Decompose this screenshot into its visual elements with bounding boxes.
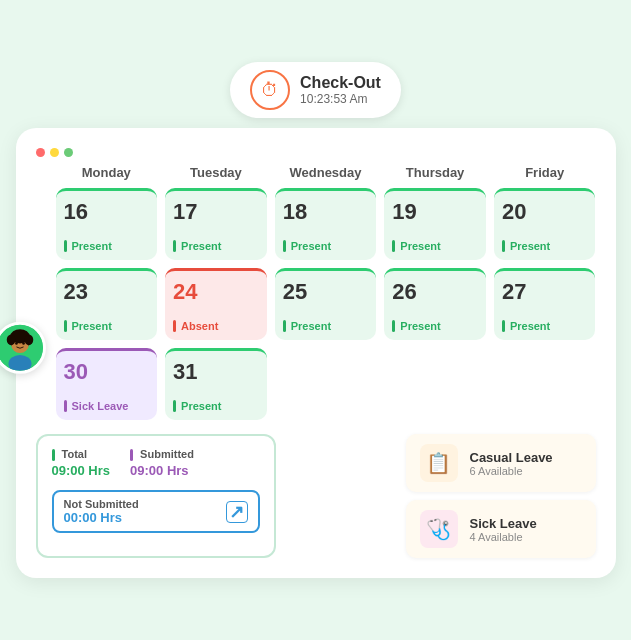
sick-leave-type: Sick Leave: [470, 516, 537, 531]
dot-red: [36, 148, 45, 157]
submitted-item: Submitted 09:00 Hrs: [130, 448, 194, 478]
status-bar-indicator: [392, 240, 395, 252]
dot-green: [64, 148, 73, 157]
cal-day-number: 17: [173, 201, 259, 223]
cal-cell-25[interactable]: 25Present: [275, 268, 377, 340]
not-submitted-info: Not Submitted 00:00 Hrs: [64, 498, 139, 525]
cal-status: Present: [173, 240, 259, 252]
cal-cell-26[interactable]: 26Present: [384, 268, 486, 340]
not-submitted-icon: ↗: [226, 501, 248, 523]
cal-status: Present: [502, 320, 588, 332]
cal-status: Present: [392, 320, 478, 332]
calendar: Monday Tuesday Wednesday Thursday Friday…: [56, 165, 596, 420]
casual-leave-card: 📋 Casual Leave 6 Available: [406, 434, 596, 492]
cal-cell-30[interactable]: 30Sick Leave: [56, 348, 158, 420]
total-item: Total 09:00 Hrs: [52, 448, 111, 478]
cal-cell-18[interactable]: 18Present: [275, 188, 377, 260]
sick-leave-available: 4 Available: [470, 531, 537, 543]
cal-status: Present: [64, 320, 150, 332]
cal-day-number: 18: [283, 201, 369, 223]
cal-day-number: 19: [392, 201, 478, 223]
checkout-time: 10:23:53 Am: [300, 92, 381, 106]
status-text: Present: [400, 320, 440, 332]
not-submitted-box[interactable]: Not Submitted 00:00 Hrs ↗: [52, 490, 260, 533]
casual-leave-available: 6 Available: [470, 465, 553, 477]
status-text: Present: [72, 320, 112, 332]
cal-cell-23[interactable]: 23Present: [56, 268, 158, 340]
sick-leave-card: 🩺 Sick Leave 4 Available: [406, 500, 596, 558]
status-text: Present: [181, 400, 221, 412]
window-dots: [36, 148, 596, 157]
cal-status: Present: [64, 240, 150, 252]
not-submitted-value: 00:00 Hrs: [64, 510, 139, 525]
cal-day-number: 26: [392, 281, 478, 303]
status-text: Present: [291, 240, 331, 252]
status-bar-indicator: [283, 320, 286, 332]
cal-status: Present: [283, 240, 369, 252]
cal-status: Present: [392, 240, 478, 252]
cal-cell-16[interactable]: 16Present: [56, 188, 158, 260]
cal-status: Absent: [173, 320, 259, 332]
calendar-grid: 16Present17Present18Present19Present20Pr…: [56, 188, 596, 420]
total-label: Total: [52, 448, 111, 461]
header-friday: Friday: [494, 165, 596, 180]
cal-cell-31[interactable]: 31Present: [165, 348, 267, 420]
status-bar-indicator: [283, 240, 286, 252]
cal-cell-empty: [275, 348, 377, 420]
main-card: Monday Tuesday Wednesday Thursday Friday…: [16, 128, 616, 578]
not-submitted-label: Not Submitted: [64, 498, 139, 510]
header-tuesday: Tuesday: [165, 165, 267, 180]
status-bar-indicator: [64, 240, 67, 252]
cal-cell-20[interactable]: 20Present: [494, 188, 596, 260]
status-bar-indicator: [502, 240, 505, 252]
submitted-label: Submitted: [130, 448, 194, 461]
cal-day-number: 23: [64, 281, 150, 303]
avatar: [0, 322, 46, 374]
submitted-indicator: [130, 449, 133, 461]
dot-yellow: [50, 148, 59, 157]
bottom-section: Total 09:00 Hrs Submitted 09:00 Hrs: [36, 434, 596, 558]
svg-point-9: [24, 335, 33, 346]
header-thursday: Thursday: [384, 165, 486, 180]
casual-leave-info: Casual Leave 6 Available: [470, 450, 553, 477]
cal-day-number: 25: [283, 281, 369, 303]
total-value: 09:00 Hrs: [52, 463, 111, 478]
total-indicator: [52, 449, 55, 461]
casual-leave-icon: 📋: [420, 444, 458, 482]
cal-day-number: 24: [173, 281, 259, 303]
cal-cell-24[interactable]: 24Absent: [165, 268, 267, 340]
submitted-value: 09:00 Hrs: [130, 463, 194, 478]
checkout-info: Check-Out 10:23:53 Am: [300, 74, 381, 106]
status-text: Present: [510, 320, 550, 332]
header-monday: Monday: [56, 165, 158, 180]
cal-day-number: 27: [502, 281, 588, 303]
status-bar-indicator: [502, 320, 505, 332]
cal-cell-19[interactable]: 19Present: [384, 188, 486, 260]
status-bar-indicator: [64, 320, 67, 332]
status-text: Present: [400, 240, 440, 252]
cal-status: Present: [283, 320, 369, 332]
checkout-timer-icon: ⏱: [250, 70, 290, 110]
summary-box: Total 09:00 Hrs Submitted 09:00 Hrs: [36, 434, 276, 558]
status-text: Absent: [181, 320, 218, 332]
cal-cell-27[interactable]: 27Present: [494, 268, 596, 340]
checkout-header: ⏱ Check-Out 10:23:53 Am: [16, 62, 616, 118]
cal-status: Present: [502, 240, 588, 252]
cal-cell-17[interactable]: 17Present: [165, 188, 267, 260]
cal-day-number: 31: [173, 361, 259, 383]
status-text: Present: [72, 240, 112, 252]
status-text: Present: [291, 320, 331, 332]
calendar-header: Monday Tuesday Wednesday Thursday Friday: [56, 165, 596, 180]
app-container: ⏱ Check-Out 10:23:53 Am: [16, 62, 616, 578]
cal-status: Present: [173, 400, 259, 412]
status-bar-indicator: [392, 320, 395, 332]
sick-leave-info: Sick Leave 4 Available: [470, 516, 537, 543]
checkout-badge: ⏱ Check-Out 10:23:53 Am: [230, 62, 401, 118]
leave-cards: 📋 Casual Leave 6 Available 🩺 Sick Leave …: [406, 434, 596, 558]
status-bar-indicator: [173, 320, 176, 332]
status-bar-indicator: [173, 400, 176, 412]
status-text: Sick Leave: [72, 400, 129, 412]
status-bar-indicator: [64, 400, 67, 412]
header-wednesday: Wednesday: [275, 165, 377, 180]
status-text: Present: [510, 240, 550, 252]
